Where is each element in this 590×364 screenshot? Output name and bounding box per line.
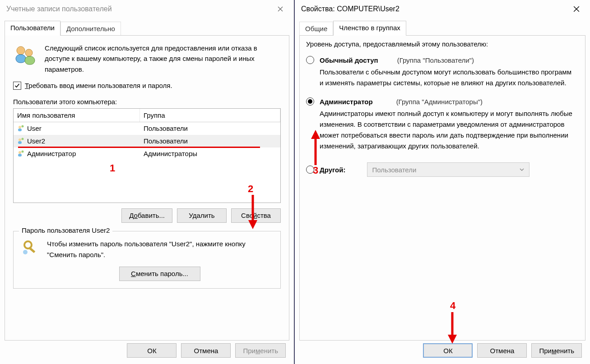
combo-value: Пользователи (372, 166, 416, 174)
require-creds-checkbox[interactable]: Требовать ввод имени пользователя и паро… (13, 82, 281, 90)
radio-icon (306, 166, 314, 174)
list-row-admin[interactable]: Администратор Администраторы (14, 147, 280, 160)
svg-rect-10 (18, 141, 22, 144)
cell-name: User (27, 124, 42, 132)
svg-point-6 (19, 126, 21, 129)
window-title-right: Свойства: COMPUTER\User2 (301, 5, 567, 13)
tabs-right: Общие Членство в группах (299, 21, 585, 35)
svg-point-9 (19, 138, 21, 141)
radio-other[interactable]: Другой: Пользователи (306, 162, 575, 177)
groupbox-text: Чтобы изменить пароль пользователя "User… (47, 239, 272, 260)
svg-rect-16 (28, 247, 35, 253)
cancel-button-right[interactable]: Отмена (477, 343, 527, 358)
chevron-down-icon (519, 167, 525, 172)
user-accounts-window: Учетные записи пользователей Пользовател… (0, 0, 295, 364)
column-header-group[interactable]: Группа (140, 109, 280, 122)
tab-body-membership: Уровень доступа, предоставляемый этому п… (299, 35, 585, 341)
column-header-name[interactable]: Имя пользователя (14, 109, 140, 122)
tab-body-users: Следующий список используется для предос… (5, 35, 289, 341)
radio-standard-desc: Пользователи с обычным доступом могут ис… (320, 67, 575, 88)
radio-other-label: Другой: (320, 166, 345, 174)
radio-icon (306, 97, 314, 106)
cell-group: Администраторы (140, 149, 280, 158)
cancel-button-left[interactable]: Отмена (181, 343, 231, 358)
radio-admin-desc: Администраторы имеют полный доступ к ком… (320, 108, 575, 152)
ok-button-right[interactable]: ОК (423, 343, 473, 358)
checkmark-icon (14, 83, 20, 88)
titlebar-left: Учетные записи пользователей (0, 0, 294, 18)
close-button-right[interactable] (567, 2, 585, 16)
tab-advanced[interactable]: Дополнительно (60, 22, 121, 35)
radio-administrator[interactable]: Администратор (Группа "Администраторы") (306, 97, 575, 106)
add-button[interactable]: Добавить... (121, 208, 172, 223)
svg-point-17 (23, 250, 28, 254)
titlebar-right: Свойства: COMPUTER\User2 (295, 0, 590, 18)
groupbox-title: Пароль пользователя User2 (19, 226, 112, 234)
apply-button-left: Применить (235, 343, 286, 358)
ok-button-left[interactable]: ОК (127, 343, 177, 358)
radio-standard-access[interactable]: Обычный доступ (Группа "Пользователи") (306, 56, 575, 64)
radio-standard-group: (Группа "Пользователи") (397, 56, 474, 64)
close-button-left[interactable] (271, 2, 289, 16)
apply-button-right[interactable]: Применить (531, 343, 582, 358)
user-icon (17, 125, 24, 132)
require-creds-label: Требовать ввод имени пользователя и паро… (25, 82, 172, 89)
svg-point-4 (25, 49, 33, 56)
checkbox-box (13, 82, 21, 90)
radio-icon (306, 56, 314, 64)
cell-group: Пользователи (140, 124, 280, 133)
other-group-combo[interactable]: Пользователи (367, 162, 530, 177)
access-level-label: Уровень доступа, предоставляемый этому п… (306, 40, 575, 48)
user-icon (17, 138, 24, 145)
svg-point-11 (22, 138, 24, 140)
svg-point-12 (19, 151, 21, 154)
users-list-label: Пользователи этого компьютера: (13, 98, 281, 106)
radio-standard-label: Обычный доступ (320, 56, 378, 64)
svg-rect-3 (16, 55, 26, 63)
radio-admin-label: Администратор (320, 98, 373, 106)
intro-text: Следующий список используется для предос… (45, 43, 281, 74)
radio-admin-group: (Группа "Администраторы") (396, 98, 483, 106)
cell-group: Пользователи (140, 136, 280, 146)
svg-point-14 (22, 150, 24, 152)
window-title-left: Учетные записи пользователей (6, 5, 271, 13)
svg-point-2 (17, 46, 25, 55)
close-icon (278, 6, 283, 12)
user-properties-window: Свойства: COMPUTER\User2 Общие Членство … (295, 0, 590, 364)
svg-rect-7 (18, 129, 22, 131)
users-listview[interactable]: Имя пользователя Группа User Пользовател… (13, 108, 281, 203)
change-password-button[interactable]: Сменить пароль... (119, 267, 200, 281)
list-row-user2[interactable]: User2 Пользователи (14, 135, 280, 147)
close-icon (573, 6, 580, 12)
key-icon (22, 239, 40, 257)
tab-membership[interactable]: Членство в группах (333, 21, 406, 36)
user-icon (17, 150, 24, 157)
remove-button[interactable]: Удалить (177, 208, 227, 223)
tabs-left: Пользователи Дополнительно (5, 21, 289, 35)
svg-rect-5 (25, 56, 35, 65)
properties-button[interactable]: Свойства (231, 208, 281, 223)
cell-name: User2 (27, 137, 45, 145)
tab-users[interactable]: Пользователи (5, 21, 60, 36)
password-groupbox: Пароль пользователя User2 Чтобы изменить… (13, 231, 281, 289)
cell-name: Администратор (27, 150, 76, 157)
svg-point-8 (22, 125, 24, 127)
svg-rect-13 (18, 154, 22, 157)
tab-general[interactable]: Общие (299, 22, 333, 35)
users-icon (13, 43, 37, 66)
list-row-user[interactable]: User Пользователи (14, 122, 280, 135)
